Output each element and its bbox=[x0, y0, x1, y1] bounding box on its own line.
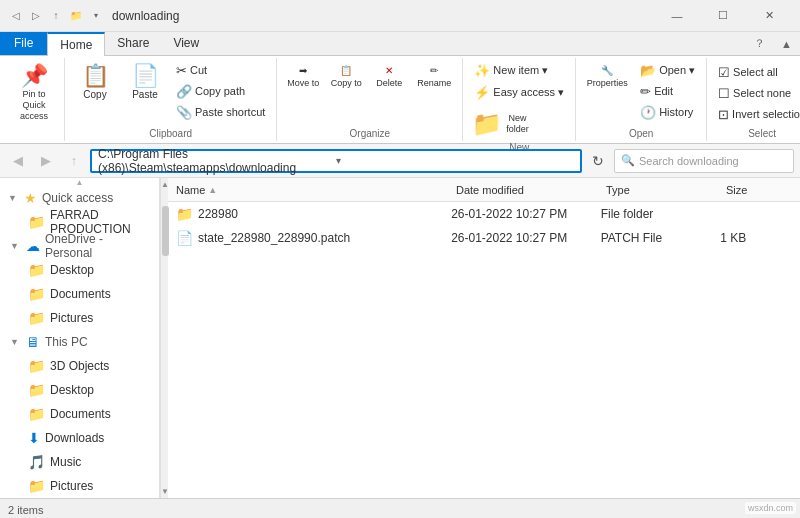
col-size-label: Size bbox=[726, 184, 747, 196]
file-date-228980: 26-01-2022 10:27 PM bbox=[451, 207, 601, 221]
sidebar-item-documents-od[interactable]: 📁 Documents bbox=[0, 282, 159, 306]
col-header-type[interactable]: Type bbox=[598, 178, 718, 201]
pin-to-quickaccess-button[interactable]: 📌 Pin to Quick access bbox=[10, 60, 58, 120]
rename-button[interactable]: ✏ Rename bbox=[412, 60, 456, 122]
folder-pictures-od-icon: 📁 bbox=[28, 310, 45, 326]
paste-shortcut-button[interactable]: 📎 Paste shortcut bbox=[171, 102, 270, 122]
sidebar-scrollbar[interactable]: ▲ ▼ bbox=[160, 178, 169, 498]
ribbon-clipboard-content: 📋 Copy 📄 Paste ✂ Cut 🔗 Copy path 📎 bbox=[71, 60, 270, 126]
sidebar-item-pictures-pc[interactable]: 📁 Pictures bbox=[0, 474, 159, 498]
desktop-pc-label: Desktop bbox=[50, 383, 94, 397]
ribbon-group-new: ✨ New item ▾ ⚡ Easy access ▾ 📁 New folde… bbox=[463, 58, 576, 141]
back-icon: ◁ bbox=[8, 8, 24, 24]
address-path: C:\Program Files (x86)\Steam\steamapps\d… bbox=[98, 147, 333, 175]
sidebar-item-desktop-od[interactable]: 📁 Desktop bbox=[0, 258, 159, 282]
sidebar-item-3d-objects[interactable]: 📁 3D Objects bbox=[0, 354, 159, 378]
col-date-label: Date modified bbox=[456, 184, 524, 196]
sidebar-item-music[interactable]: 🎵 Music bbox=[0, 450, 159, 474]
table-row[interactable]: 📄 state_228980_228990.patch 26-01-2022 1… bbox=[168, 226, 800, 250]
help-button[interactable]: ？ bbox=[746, 32, 773, 55]
ribbon-tabs: File Home Share View ？ ▲ bbox=[0, 32, 800, 56]
properties-button[interactable]: 🔧 Properties bbox=[582, 60, 632, 122]
sidebar-item-quick-access[interactable]: ▼ ★ Quick access bbox=[0, 186, 159, 210]
folder-documents-pc-icon: 📁 bbox=[28, 406, 45, 422]
cut-button[interactable]: ✂ Cut bbox=[171, 60, 270, 80]
forward-nav-button[interactable]: ▶ bbox=[34, 149, 58, 173]
quick-access-expand: ▼ bbox=[8, 193, 17, 203]
tab-file[interactable]: File bbox=[0, 32, 47, 55]
move-to-button[interactable]: ➡ Move to bbox=[283, 60, 323, 122]
rename-icon: ✏ bbox=[430, 65, 438, 76]
col-name-label: Name bbox=[176, 184, 205, 196]
easy-access-icon: ⚡ bbox=[474, 85, 490, 100]
easy-access-button[interactable]: ⚡ Easy access ▾ bbox=[469, 82, 569, 102]
copy-button[interactable]: 📋 Copy bbox=[71, 60, 119, 120]
address-bar-row: ◀ ▶ ↑ C:\Program Files (x86)\Steam\steam… bbox=[0, 144, 800, 178]
paste-button[interactable]: 📄 Paste bbox=[121, 60, 169, 120]
tab-view[interactable]: View bbox=[161, 32, 211, 55]
back-button[interactable]: ◀ bbox=[6, 149, 30, 173]
table-row[interactable]: 📁 228980 26-01-2022 10:27 PM File folder bbox=[168, 202, 800, 226]
file-icon: 📄 bbox=[176, 230, 193, 246]
sidebar-item-farrad[interactable]: 📁 FARRAD PRODUCTION bbox=[0, 210, 159, 234]
sidebar-item-this-pc[interactable]: ▼ 🖥 This PC bbox=[0, 330, 159, 354]
history-button[interactable]: 🕐 History bbox=[635, 102, 700, 122]
folder-documents-od-icon: 📁 bbox=[28, 286, 45, 302]
sidebar-item-pictures-od[interactable]: 📁 Pictures bbox=[0, 306, 159, 330]
up-nav-button[interactable]: ↑ bbox=[62, 149, 86, 173]
search-box[interactable]: 🔍 Search downloading bbox=[614, 149, 794, 173]
invert-selection-button[interactable]: ⊡ Invert selection bbox=[713, 104, 800, 124]
delete-button[interactable]: ✕ Delete bbox=[369, 60, 409, 122]
ribbon-toolbar: 📌 Pin to Quick access 📋 Copy 📄 Paste ✂ C bbox=[0, 56, 800, 144]
col-header-date[interactable]: Date modified bbox=[448, 178, 598, 201]
close-button[interactable]: ✕ bbox=[746, 0, 792, 32]
desktop-od-label: Desktop bbox=[50, 263, 94, 277]
address-box[interactable]: C:\Program Files (x86)\Steam\steamapps\d… bbox=[90, 149, 582, 173]
clipboard-label: Clipboard bbox=[149, 126, 192, 139]
col-header-name[interactable]: Name ▲ bbox=[168, 178, 448, 201]
sidebar-scroll-thumb[interactable] bbox=[162, 206, 169, 256]
minimize-button[interactable]: — bbox=[654, 0, 700, 32]
sidebar-item-documents-pc[interactable]: 📁 Documents bbox=[0, 402, 159, 426]
this-pc-expand: ▼ bbox=[10, 337, 19, 347]
ribbon-collapse-button[interactable]: ▲ bbox=[773, 32, 800, 55]
tab-home[interactable]: Home bbox=[47, 32, 105, 56]
move-icon: ➡ bbox=[299, 65, 307, 76]
copy-icon: 📋 bbox=[82, 65, 109, 87]
new-item-button[interactable]: ✨ New item ▾ bbox=[469, 60, 553, 80]
copy-path-button[interactable]: 🔗 Copy path bbox=[171, 81, 270, 101]
cloud-icon: ☁ bbox=[26, 238, 40, 254]
new-folder-button[interactable]: 📁 New folder bbox=[469, 106, 519, 140]
this-pc-label: This PC bbox=[45, 335, 88, 349]
file-type-patch: PATCH File bbox=[601, 231, 721, 245]
copy-to-icon: 📋 bbox=[340, 65, 352, 76]
select-none-icon: ☐ bbox=[718, 86, 730, 101]
tab-share[interactable]: Share bbox=[105, 32, 161, 55]
refresh-button[interactable]: ↻ bbox=[586, 149, 610, 173]
folder-pictures-pc-icon: 📁 bbox=[28, 478, 45, 494]
search-icon: 🔍 bbox=[621, 154, 635, 167]
address-dropdown-icon[interactable]: ▾ bbox=[333, 155, 574, 166]
sidebar-item-onedrive[interactable]: ▼ ☁ OneDrive - Personal bbox=[0, 234, 159, 258]
file-name-228980: 📁 228980 bbox=[172, 206, 451, 222]
open-button[interactable]: 📂 Open ▾ bbox=[635, 60, 700, 80]
maximize-button[interactable]: ☐ bbox=[700, 0, 746, 32]
ribbon-organize-content: ➡ Move to 📋 Copy to ✕ Delete ✏ Rename bbox=[283, 60, 456, 126]
item-count: 2 items bbox=[8, 504, 43, 516]
select-none-button[interactable]: ☐ Select none bbox=[713, 83, 796, 103]
select-all-button[interactable]: ☑ Select all bbox=[713, 62, 783, 82]
folder-icon: 📁 bbox=[176, 206, 193, 222]
qat-dropdown-icon[interactable]: ▾ bbox=[88, 8, 104, 24]
scissors-icon: ✂ bbox=[176, 63, 187, 78]
sidebar: ▲ ▼ ★ Quick access 📁 FARRAD PRODUCTION ▼… bbox=[0, 178, 160, 498]
sidebar-item-downloads[interactable]: ⬇ Downloads bbox=[0, 426, 159, 450]
onedrive-expand: ▼ bbox=[10, 241, 19, 251]
sidebar-scroll-track[interactable] bbox=[161, 191, 169, 485]
col-header-size[interactable]: Size bbox=[718, 178, 798, 201]
forward-icon: ▷ bbox=[28, 8, 44, 24]
edit-button[interactable]: ✏ Edit bbox=[635, 81, 700, 101]
content-area: Name ▲ Date modified Type Size 📁 228980 … bbox=[168, 178, 800, 498]
sidebar-item-desktop-pc[interactable]: 📁 Desktop bbox=[0, 378, 159, 402]
copy-to-button[interactable]: 📋 Copy to bbox=[326, 60, 366, 122]
sidebar-scroll-up[interactable]: ▲ bbox=[0, 178, 159, 186]
